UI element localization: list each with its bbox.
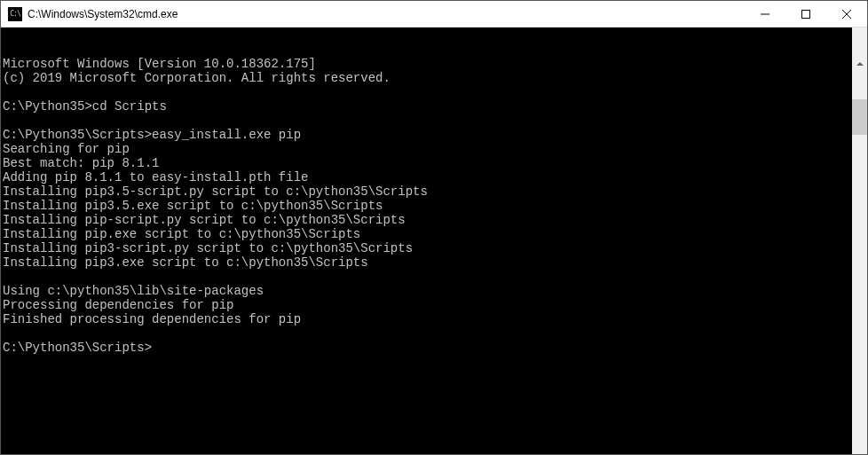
scrollbar[interactable] [852,27,867,454]
terminal-line: Installing pip3-script.py script to c:\p… [3,241,852,255]
terminal-line: C:\Python35>cd Scripts [3,99,852,114]
terminal-line: Installing pip.exe script to c:\python35… [3,227,852,241]
maximize-icon [801,10,810,19]
terminal-line: (c) 2019 Microsoft Corporation. All righ… [3,71,852,85]
cmd-icon: C:\ [8,7,22,21]
scroll-thumb[interactable] [852,99,867,135]
minimize-button[interactable] [745,1,785,27]
terminal[interactable]: Microsoft Windows [Version 10.0.18362.17… [1,27,867,454]
terminal-line: C:\Python35\Scripts>easy_install.exe pip [3,128,852,142]
svg-rect-1 [802,10,810,18]
terminal-line: Using c:\python35\lib\site-packages [3,284,852,298]
cmd-icon-text: C:\ [10,10,20,18]
window-title: C:\Windows\System32\cmd.exe [28,8,745,20]
chevron-up-icon [856,62,864,66]
close-button[interactable] [826,1,867,27]
scroll-up-button[interactable] [852,56,867,71]
window-controls [745,1,867,27]
terminal-line: Processing dependencies for pip [3,298,852,312]
terminal-line: Best match: pip 8.1.1 [3,156,852,170]
terminal-line: Searching for pip [3,142,852,156]
terminal-line [3,270,852,284]
titlebar: C:\ C:\Windows\System32\cmd.exe [1,1,867,27]
terminal-line: Microsoft Windows [Version 10.0.18362.17… [3,57,852,71]
scroll-track[interactable] [852,99,867,454]
terminal-line: Installing pip3.5.exe script to c:\pytho… [3,199,852,213]
terminal-line: Installing pip3.5-script.py script to c:… [3,184,852,199]
close-icon [842,10,851,19]
terminal-content[interactable]: Microsoft Windows [Version 10.0.18362.17… [1,56,852,454]
terminal-line: C:\Python35\Scripts> [3,341,852,355]
terminal-line [3,85,852,99]
terminal-line: Installing pip-script.py script to c:\py… [3,213,852,227]
maximize-button[interactable] [785,1,826,27]
terminal-line [3,114,852,128]
terminal-line: Finished processing dependencies for pip [3,312,852,326]
terminal-line: Installing pip3.exe script to c:\python3… [3,255,852,270]
terminal-line: Adding pip 8.1.1 to easy-install.pth fil… [3,170,852,184]
terminal-line [3,326,852,341]
minimize-icon [761,10,769,19]
